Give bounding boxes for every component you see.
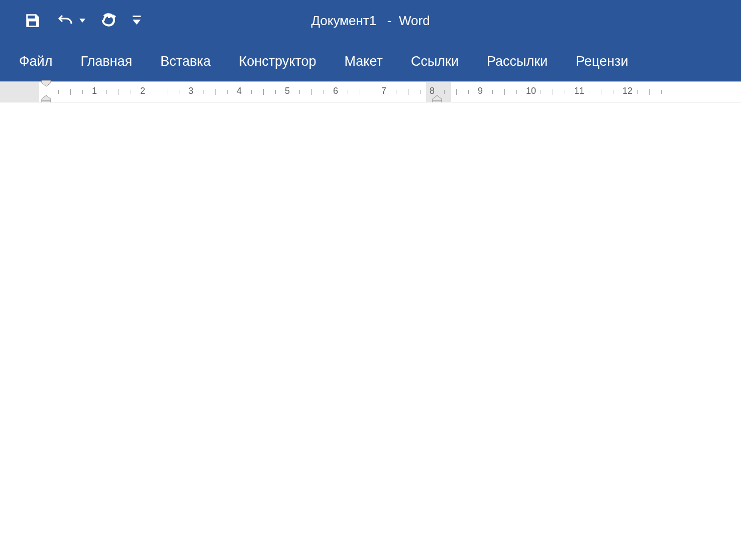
ruler-ticks: 123456789101112: [0, 82, 741, 102]
svg-rect-2: [433, 101, 442, 102]
save-icon: [24, 12, 41, 29]
tab-review[interactable]: Рецензи: [575, 52, 629, 71]
right-indent-marker[interactable]: [432, 95, 442, 102]
hanging-indent-marker[interactable]: [41, 95, 51, 102]
redo-icon: [100, 13, 118, 28]
tab-mailings[interactable]: Рассылки: [486, 52, 549, 71]
customize-icon: [133, 16, 141, 26]
save-button[interactable]: [24, 12, 41, 29]
undo-icon: [56, 13, 76, 28]
svg-rect-0: [133, 16, 141, 17]
tab-layout[interactable]: Макет: [343, 52, 383, 71]
title-bar: Документ1 - Word: [0, 0, 741, 41]
horizontal-ruler[interactable]: 123456789101112: [0, 81, 741, 102]
tab-design[interactable]: Конструктор: [238, 52, 317, 71]
tab-file[interactable]: Файл: [18, 52, 53, 71]
dropdown-icon: [79, 19, 85, 23]
svg-rect-1: [42, 101, 51, 102]
customize-qat-button[interactable]: [133, 16, 141, 26]
tab-home[interactable]: Главная: [79, 52, 133, 71]
tab-insert[interactable]: Вставка: [159, 52, 211, 71]
first-line-indent-marker[interactable]: [41, 80, 51, 87]
tab-references[interactable]: Ссылки: [410, 52, 460, 71]
quick-access-toolbar: [0, 12, 141, 29]
ribbon-tabs: Файл Главная Вставка Конструктор Макет С…: [0, 41, 741, 81]
redo-button[interactable]: [100, 13, 118, 28]
undo-button[interactable]: [56, 13, 85, 28]
